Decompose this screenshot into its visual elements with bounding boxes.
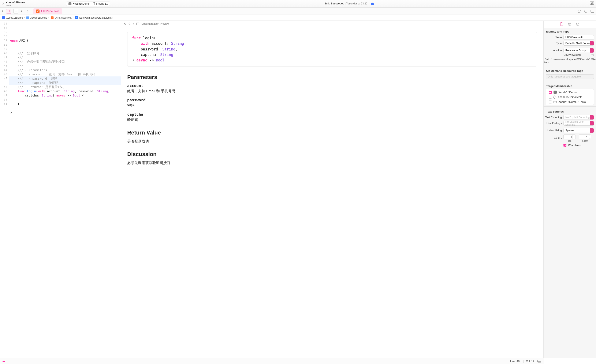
unit-test-icon bbox=[553, 95, 557, 99]
right-panel-toggle-icon[interactable] bbox=[590, 1, 594, 5]
bookmarks-button[interactable] bbox=[6, 9, 11, 14]
scheme-name: Xcode15Demo bbox=[73, 2, 89, 5]
param-desc: 验证码 bbox=[127, 117, 537, 122]
inspector-panel: ? Identity and Type Name UIKitView.swift… bbox=[544, 21, 596, 358]
jump-file-label: UIKitView.swift bbox=[55, 16, 71, 19]
chevron-right-icon: › bbox=[24, 16, 25, 19]
status-col: Col: 14 bbox=[526, 360, 534, 363]
scheme-selector[interactable]: Xcode15Demo › iPhone 11 bbox=[66, 1, 110, 6]
branch-name: main bbox=[6, 4, 39, 7]
method-badge-icon: M bbox=[75, 16, 78, 19]
line-gutter: 33343536373839404142434445464748495051 bbox=[0, 21, 9, 358]
grid-button[interactable] bbox=[13, 9, 18, 14]
section-target: Target Membership bbox=[544, 82, 596, 89]
documentation-pane: ✕ Documentation Preview func login( with… bbox=[121, 21, 544, 358]
name-field[interactable]: UIKitView.swift bbox=[563, 35, 594, 40]
param-desc: 密码 bbox=[127, 103, 537, 108]
label-indent: Indent Using bbox=[544, 129, 562, 132]
build-status: Build Succeeded | Yesterday at 23:20 bbox=[112, 2, 588, 5]
svg-rect-15 bbox=[537, 360, 541, 362]
target-checkbox[interactable] bbox=[549, 101, 552, 103]
target-name: Xcode15Demo bbox=[558, 91, 577, 94]
indent-width-value: 4 bbox=[586, 135, 587, 138]
target-name: Xcode15DemoTests bbox=[558, 95, 582, 99]
encoding-select[interactable]: No Explicit Encoding bbox=[563, 115, 594, 120]
help-tab-icon[interactable]: ? bbox=[576, 22, 579, 26]
project-icon bbox=[2, 16, 5, 19]
swift-file-icon bbox=[36, 9, 39, 13]
indent-using-select[interactable]: Spaces bbox=[563, 128, 594, 133]
activity-indicator-icon bbox=[2, 361, 5, 362]
target-membership-list: Xcode15DemoXcode15DemoTestsXcode15DemoUI… bbox=[546, 89, 594, 105]
type-select[interactable]: Default - Swift Source bbox=[563, 41, 594, 46]
location-select[interactable]: Relative to Group bbox=[563, 48, 594, 53]
svg-rect-10 bbox=[591, 10, 594, 13]
section-identity: Identity and Type bbox=[544, 28, 596, 34]
close-button[interactable]: ✕ bbox=[123, 22, 126, 26]
target-name: Xcode15DemoUITests bbox=[558, 100, 586, 103]
file-tab-label: UIKitView.swift bbox=[41, 9, 59, 13]
odr-field: Only resources are taggable bbox=[546, 74, 594, 79]
jump-bar[interactable]: Xcode15Demo › Xcode15Demo › UIKitView.sw… bbox=[0, 15, 596, 21]
file-inspector-tab-icon[interactable] bbox=[560, 22, 563, 26]
wrap-lines-checkbox[interactable] bbox=[563, 144, 566, 147]
bottom-panel-toggle-icon[interactable] bbox=[537, 360, 541, 363]
heading-discussion: Discussion bbox=[127, 151, 537, 158]
build-status-time: | Yesterday at 23:20 bbox=[344, 2, 367, 5]
code-editor[interactable]: enum API { /// 登录账号 /// /// 必须先调用获取验证码接口… bbox=[9, 21, 121, 358]
target-checkbox[interactable] bbox=[549, 91, 552, 94]
history-tab-icon[interactable] bbox=[568, 22, 571, 26]
editor-pane: 33343536373839404142434445464748495051 e… bbox=[0, 21, 121, 358]
app-icon bbox=[68, 2, 71, 5]
status-bar: Line: 46 Col: 14 bbox=[0, 358, 544, 364]
jump-symbol[interactable]: M login(with:password:captcha:) bbox=[75, 16, 112, 19]
split-editor-icon[interactable] bbox=[590, 9, 594, 13]
build-status-prefix: Build bbox=[324, 2, 331, 5]
nav-forward-button[interactable] bbox=[27, 10, 31, 13]
heading-return: Return Value bbox=[127, 129, 537, 136]
folder-icon bbox=[26, 16, 29, 19]
section-text: Text Settings bbox=[544, 108, 596, 114]
label-widths: Widths bbox=[544, 137, 562, 140]
heading-parameters: Parameters bbox=[127, 74, 537, 80]
label-name: Name bbox=[544, 36, 562, 39]
tab-width-stepper[interactable]: 4 ▲▼ bbox=[563, 134, 576, 139]
location-file-value: UIKitView.swift bbox=[563, 53, 589, 56]
target-membership-row[interactable]: Xcode15DemoTests bbox=[546, 95, 594, 99]
jump-folder[interactable]: Xcode15Demo bbox=[26, 16, 47, 19]
doc-body[interactable]: func login( with account: String, passwo… bbox=[121, 27, 543, 358]
target-checkbox[interactable] bbox=[549, 96, 552, 99]
jump-project[interactable]: Xcode15Demo bbox=[2, 16, 23, 19]
file-tab[interactable]: UIKitView.swift bbox=[33, 8, 62, 14]
label-type: Type bbox=[544, 42, 562, 45]
param-desc: 账号，支持 Email 和 手机号码 bbox=[127, 89, 537, 94]
param-name: account bbox=[127, 83, 537, 88]
target-membership-row[interactable]: Xcode15DemoUITests bbox=[546, 99, 594, 104]
line-endings-select[interactable]: No Explicit Line Endings bbox=[563, 121, 594, 126]
cloud-icon bbox=[371, 2, 375, 5]
svg-rect-6 bbox=[16, 10, 17, 11]
ui-test-icon bbox=[553, 101, 557, 103]
svg-rect-7 bbox=[15, 11, 16, 12]
fullpath-value: /Users/zw/workspace/iOS/Xcode15Demo/Xcod… bbox=[551, 58, 596, 61]
sync-icon[interactable] bbox=[578, 9, 581, 13]
adjust-icon[interactable] bbox=[584, 9, 588, 13]
doc-header: ✕ Documentation Preview bbox=[121, 21, 543, 27]
svg-rect-4 bbox=[8, 10, 10, 12]
svg-rect-0 bbox=[93, 2, 95, 5]
doc-title: Documentation Preview bbox=[142, 22, 169, 25]
related-items-button[interactable] bbox=[2, 10, 4, 13]
doc-nav-forward[interactable] bbox=[132, 22, 134, 25]
inspector-tabs: ? bbox=[544, 21, 596, 28]
jump-file[interactable]: UIKitView.swift bbox=[51, 16, 71, 19]
target-membership-row[interactable]: Xcode15Demo bbox=[546, 90, 594, 95]
section-odr: On Demand Resource Tags bbox=[544, 67, 596, 74]
label-fullpath: Full Path bbox=[544, 58, 549, 64]
doc-nav-back[interactable] bbox=[128, 22, 130, 25]
nav-back-button[interactable] bbox=[21, 10, 25, 13]
return-description: 是否登录成功 bbox=[127, 139, 537, 144]
odr-placeholder: Only resources are taggable bbox=[548, 75, 581, 78]
folder-icon[interactable] bbox=[591, 53, 594, 56]
indent-width-stepper[interactable]: 4 ▲▼ bbox=[579, 134, 591, 139]
param-name: captcha bbox=[127, 112, 537, 116]
